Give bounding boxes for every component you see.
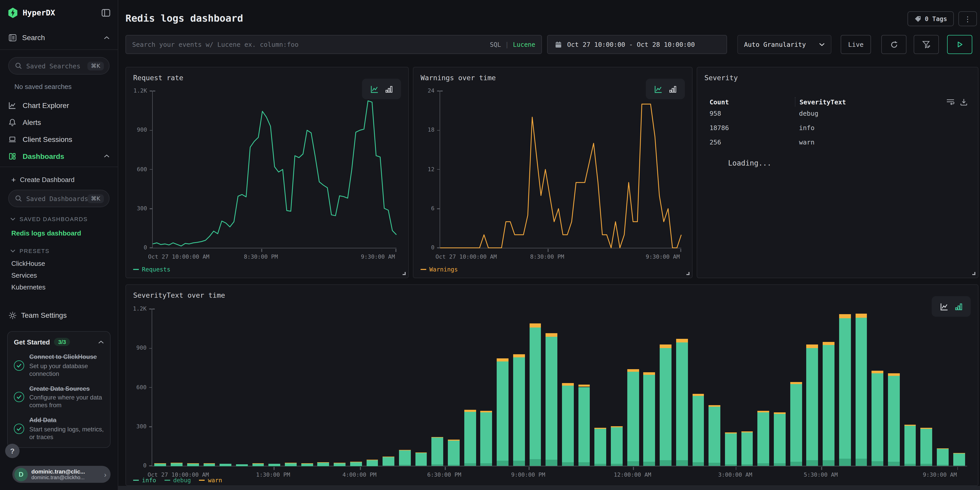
task-title: Add Data xyxy=(29,417,104,425)
sidebar-item-alerts[interactable]: Alerts xyxy=(0,114,118,130)
help-button[interactable]: ? xyxy=(5,444,19,458)
x-axis: Oct 27 10:00:00 AM1:30:00 PM4:00:00 PM6:… xyxy=(152,471,967,479)
saved-dashboards-input[interactable] xyxy=(26,195,88,202)
toolbar: SQL | Lucene Oct 27 10:00:00 - Oct 28 10… xyxy=(126,35,977,54)
cell-severity: warn xyxy=(799,138,815,146)
dashboard-menu-button[interactable]: ⋮ xyxy=(958,11,977,26)
table-row[interactable]: 18786 info xyxy=(710,124,968,132)
bell-icon xyxy=(8,118,16,126)
brand-title: HyperDX xyxy=(22,8,97,18)
panel-request-rate: Request rate 1.2K9006003000 Oct 27 10:00… xyxy=(126,67,409,278)
check-circle-icon xyxy=(14,392,24,402)
chevron-down-icon xyxy=(819,43,825,46)
severity-title: Severity xyxy=(705,73,738,82)
refresh-button[interactable] xyxy=(881,35,907,54)
horizontal-scrollbar[interactable] xyxy=(118,486,980,490)
shortcut-badge: ⌘K xyxy=(88,62,104,70)
get-started-item-sources[interactable]: Create Data Sources Configure where your… xyxy=(14,385,104,409)
sidebar: HyperDX Search xyxy=(0,0,118,490)
sidebar-section-search[interactable]: Search xyxy=(0,32,118,43)
plus-icon: + xyxy=(11,175,16,184)
saved-searches-input[interactable] xyxy=(26,62,88,70)
create-dashboard-button[interactable]: + Create Dashboard xyxy=(11,173,110,186)
task-title: Create Data Sources xyxy=(29,385,104,393)
download-icon[interactable] xyxy=(960,98,968,106)
presets-group-toggle[interactable]: PRESETS xyxy=(10,246,110,256)
logo-row: HyperDX xyxy=(0,0,118,19)
laptop-icon xyxy=(8,135,16,143)
request-rate-plot xyxy=(152,91,396,248)
saved-dashboards-group-toggle[interactable]: SAVED DASHBOARDS xyxy=(10,215,110,224)
table-row[interactable]: 256 warn xyxy=(710,138,968,146)
search-icon xyxy=(15,195,22,202)
table-row[interactable]: 958 debug xyxy=(710,110,968,117)
sidebar-item-redis-dashboard[interactable]: Redis logs dashboard xyxy=(11,227,118,239)
group-label: SAVED DASHBOARDS xyxy=(19,216,88,222)
tags-button-label: 0 Tags xyxy=(925,15,947,22)
bar-chart-toggle-icon[interactable] xyxy=(955,302,963,310)
page-title: Redis logs dashboard xyxy=(126,12,243,24)
x-axis: Oct 27 10:00:00 AM8:30:00 PM9:30:00 AM xyxy=(152,253,396,261)
task-desc: Configure where your data comes from xyxy=(29,394,104,409)
saved-dashboards-search[interactable]: ⌘K xyxy=(8,190,110,207)
bar-chart-toggle-icon[interactable] xyxy=(669,85,677,93)
line-chart-toggle-icon[interactable] xyxy=(370,84,379,93)
sidebar-item-team-settings[interactable]: Team Settings xyxy=(8,307,110,323)
cell-severity: info xyxy=(799,124,815,132)
sidebar-collapse-button[interactable] xyxy=(101,8,111,18)
filter-button[interactable] xyxy=(914,35,939,54)
column-resize-handle[interactable] xyxy=(795,97,795,107)
column-header-count[interactable]: Count xyxy=(710,98,795,106)
y-axis: 1.2K9006003000 xyxy=(126,91,152,248)
bar-chart-toggle-icon[interactable] xyxy=(385,85,393,93)
panel-resize-handle[interactable] xyxy=(972,272,975,275)
granularity-select[interactable]: Auto Granularity xyxy=(737,35,831,54)
granularity-value: Auto Granularity xyxy=(744,41,806,48)
get-started-item-add-data[interactable]: Add Data Start sending logs, metrics, or… xyxy=(14,417,104,441)
chevron-up-icon[interactable] xyxy=(98,340,104,344)
chart-type-toggle xyxy=(362,79,401,99)
line-chart-toggle-icon[interactable] xyxy=(654,84,663,93)
time-range-picker[interactable]: Oct 27 10:00:00 - Oct 28 10:00:00 xyxy=(547,35,727,54)
sql-mode-button[interactable]: SQL xyxy=(490,41,501,48)
shortcut-badge: ⌘K xyxy=(88,194,104,203)
legend-swatch xyxy=(199,480,205,481)
cell-count: 256 xyxy=(710,138,799,146)
event-search-input[interactable] xyxy=(126,41,490,48)
column-header-severitytext[interactable]: SeverityText xyxy=(800,98,946,106)
live-button[interactable]: Live xyxy=(841,35,871,54)
user-menu[interactable]: D dominic.tran@clic... dominic.tran@clic… xyxy=(12,466,111,483)
panel-resize-handle[interactable] xyxy=(402,272,406,275)
saved-searches-search[interactable]: ⌘K xyxy=(8,57,110,75)
severity-table-header: Count SeverityText xyxy=(710,97,968,107)
task-title: Connect to ClickHouse xyxy=(29,353,104,361)
legend-label: Requests xyxy=(142,266,170,273)
line-chart-icon xyxy=(8,101,16,109)
panel-resize-handle[interactable] xyxy=(686,272,689,275)
line-chart-toggle-icon[interactable] xyxy=(940,302,949,311)
user-name: dominic.tran@clic... xyxy=(31,468,100,474)
search-section-label: Search xyxy=(22,33,99,41)
run-query-button[interactable] xyxy=(947,35,972,54)
get-started-item-connect[interactable]: Connect to ClickHouse Set up your databa… xyxy=(14,353,104,378)
wrap-text-icon[interactable] xyxy=(946,98,955,106)
panel-severity: Severity Count SeverityText 958 debug xyxy=(697,67,978,278)
divider xyxy=(0,49,118,50)
sidebar-item-clickhouse[interactable]: ClickHouse xyxy=(11,258,118,269)
chart-title: Request rate xyxy=(133,73,183,82)
get-started-card: Get Started 3/3 Connect to ClickHouse Se… xyxy=(7,331,111,448)
cell-count: 18786 xyxy=(710,124,799,132)
sidebar-item-chart-explorer[interactable]: Chart Explorer xyxy=(0,97,118,114)
get-started-title: Get Started xyxy=(14,338,50,346)
sidebar-item-dashboards[interactable]: Dashboards xyxy=(0,148,118,164)
sidebar-item-kubernetes[interactable]: Kubernetes xyxy=(11,281,118,293)
check-circle-icon xyxy=(14,424,24,434)
tag-icon xyxy=(914,15,921,22)
chevron-up-icon xyxy=(104,36,110,39)
sidebar-item-services[interactable]: Services xyxy=(11,269,118,281)
sidebar-item-client-sessions[interactable]: Client Sessions xyxy=(0,130,118,148)
gear-icon xyxy=(8,311,17,320)
lucene-mode-button[interactable]: Lucene xyxy=(513,41,535,48)
chart-title: SeverityText over time xyxy=(133,291,225,299)
tags-button[interactable]: 0 Tags xyxy=(907,11,954,26)
